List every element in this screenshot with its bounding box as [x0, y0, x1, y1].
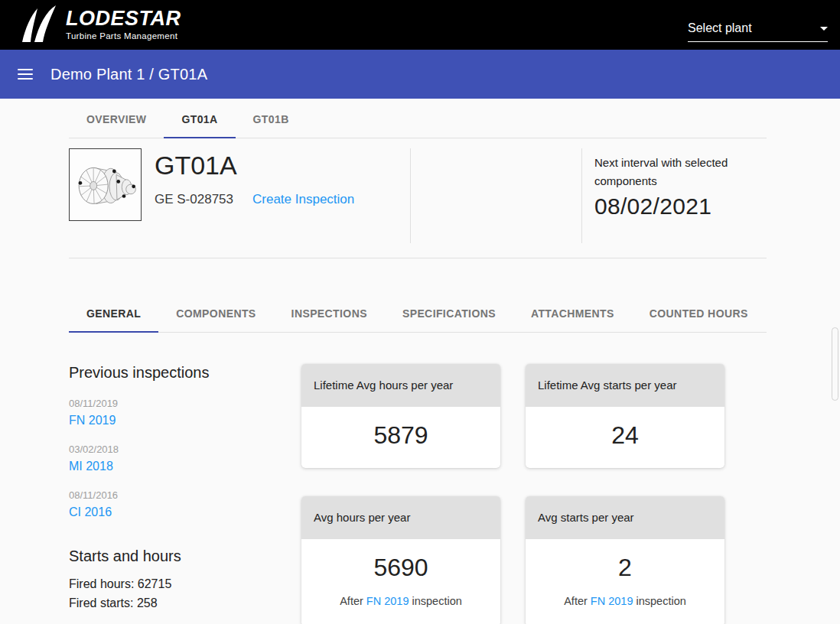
stat-card-lifetime-avg-starts: Lifetime Avg starts per year 24 — [526, 364, 724, 468]
turbine-serial: GE S-028753 — [155, 192, 233, 207]
stat-card-title: Lifetime Avg starts per year — [526, 364, 724, 407]
next-interval-label: Next interval with selected components — [594, 154, 728, 190]
inspection-list-item: 08/11/2016 CI 2016 — [69, 489, 301, 519]
profile-divider-block — [410, 148, 582, 243]
primary-navbar: Demo Plant 1 / GT01A — [0, 50, 840, 99]
inspection-link-fn2019[interactable]: FN 2019 — [366, 595, 409, 607]
stat-card-value: 5879 — [314, 423, 488, 449]
breadcrumb: Demo Plant 1 / GT01A — [50, 66, 207, 83]
vertical-scrollbar-thumb[interactable] — [832, 327, 838, 401]
stat-card-avg-starts: Avg starts per year 2 After FN 2019 insp… — [526, 496, 724, 624]
stat-card-note: After FN 2019 inspection — [314, 595, 488, 607]
note-prefix: After — [564, 595, 591, 607]
tab-general[interactable]: GENERAL — [69, 294, 158, 332]
stat-card-value: 2 — [538, 555, 712, 581]
inspections-sidebar: Previous inspections 08/11/2019 FN 2019 … — [69, 364, 301, 624]
turbine-profile-section: GT01A GE S-028753 Create Inspection Next… — [69, 138, 767, 258]
sail-logo-icon — [18, 5, 64, 44]
inspection-link-mi2018[interactable]: MI 2018 — [69, 460, 113, 473]
tab-counted-hours[interactable]: COUNTED HOURS — [632, 294, 766, 332]
plant-select-label: Select plant — [688, 21, 752, 35]
tab-gt01a[interactable]: GT01A — [164, 100, 235, 138]
next-interval-block: Next interval with selected components 0… — [582, 148, 767, 243]
tab-components[interactable]: COMPONENTS — [158, 294, 273, 332]
unit-tabs: OVERVIEW GT01A GT01B — [69, 100, 767, 138]
profile-info: GT01A GE S-028753 Create Inspection — [155, 148, 354, 243]
tab-specifications[interactable]: SPECIFICATIONS — [385, 294, 513, 332]
stat-card-avg-hours: Avg hours per year 5690 After FN 2019 in… — [301, 496, 500, 624]
turbine-image — [69, 148, 142, 221]
stat-card-title: Avg starts per year — [526, 496, 724, 539]
inspection-link-ci2016[interactable]: CI 2016 — [69, 505, 112, 518]
turbine-title: GT01A — [155, 151, 354, 180]
inspection-link-fn2019[interactable]: FN 2019 — [69, 414, 116, 427]
stat-card-note: After FN 2019 inspection — [538, 595, 712, 607]
inspection-date: 08/11/2019 — [69, 398, 301, 409]
plant-select-dropdown[interactable]: Select plant — [688, 21, 828, 42]
inspection-date: 08/11/2016 — [69, 489, 301, 501]
stat-cards-grid: Lifetime Avg hours per year 5879 Lifetim… — [301, 364, 724, 624]
stat-card-lifetime-avg-hours: Lifetime Avg hours per year 5879 — [301, 364, 500, 468]
inspection-list-item: 08/11/2019 FN 2019 — [69, 398, 301, 427]
tab-overview[interactable]: OVERVIEW — [69, 100, 164, 138]
stat-card-value: 5690 — [314, 555, 488, 581]
general-tab-content: Previous inspections 08/11/2019 FN 2019 … — [69, 364, 767, 624]
logo-title: LODESTAR — [66, 8, 181, 29]
create-inspection-link[interactable]: Create Inspection — [252, 192, 354, 207]
logo-text: LODESTAR Turbine Parts Management — [66, 8, 181, 41]
tab-gt01b[interactable]: GT01B — [236, 100, 307, 138]
chevron-down-icon — [820, 27, 828, 31]
tab-inspections[interactable]: INSPECTIONS — [274, 294, 385, 332]
previous-inspections-heading: Previous inspections — [69, 364, 301, 382]
profile-left: GT01A GE S-028753 Create Inspection — [69, 148, 410, 243]
note-suffix: inspection — [409, 595, 461, 607]
app-header: LODESTAR Turbine Parts Management Select… — [0, 0, 840, 50]
logo-subtitle: Turbine Parts Management — [66, 31, 181, 41]
inspection-list-item: 03/02/2018 MI 2018 — [69, 444, 301, 473]
main-content: OVERVIEW GT01A GT01B — [69, 100, 767, 624]
fired-hours-value: Fired hours: 62715 — [69, 575, 301, 593]
detail-tabs: GENERAL COMPONENTS INSPECTIONS SPECIFICA… — [69, 294, 767, 333]
lodestar-logo: LODESTAR Turbine Parts Management — [18, 5, 181, 44]
stat-card-value: 24 — [538, 423, 712, 449]
note-suffix: inspection — [633, 595, 685, 607]
note-prefix: After — [340, 595, 366, 607]
inspection-date: 03/02/2018 — [69, 444, 301, 455]
tab-attachments[interactable]: ATTACHMENTS — [513, 294, 632, 332]
stat-card-title: Lifetime Avg hours per year — [301, 364, 500, 407]
turbine-illustration-icon — [73, 152, 138, 218]
fired-starts-value: Fired starts: 258 — [69, 594, 301, 613]
stat-card-title: Avg hours per year — [301, 496, 500, 539]
inspection-link-fn2019[interactable]: FN 2019 — [591, 595, 633, 607]
menu-icon[interactable] — [18, 69, 33, 80]
starts-and-hours-heading: Starts and hours — [69, 548, 301, 565]
next-interval-date: 08/02/2021 — [594, 193, 767, 219]
